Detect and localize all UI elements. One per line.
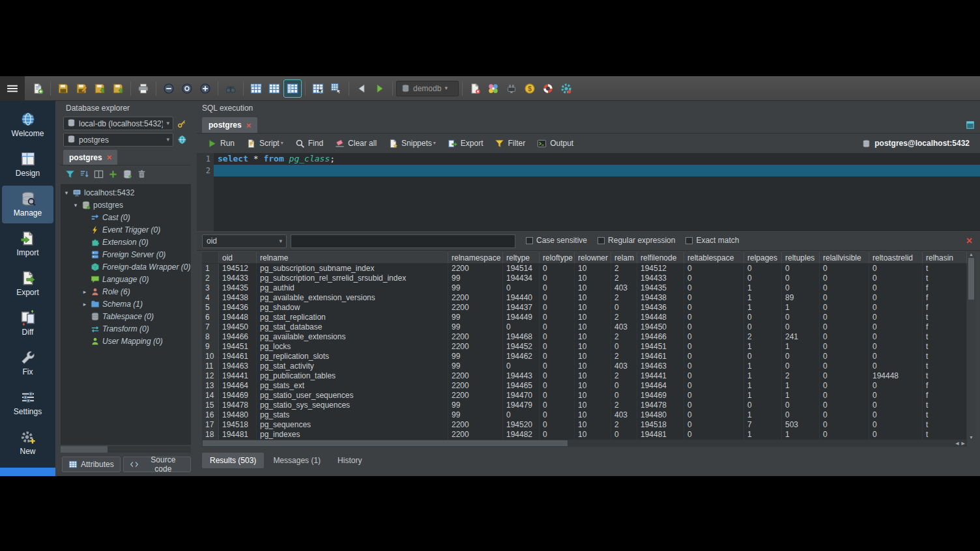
table-view-button[interactable] [247, 79, 265, 98]
cell-reltype[interactable]: 194437 [503, 303, 540, 313]
cell-reltablespace[interactable]: 0 [684, 371, 744, 381]
cell-reltoastrelid[interactable]: 0 [869, 361, 923, 371]
cell-reltablespace[interactable]: 0 [684, 352, 744, 361]
cell-relam[interactable]: 0 [611, 430, 637, 440]
tree-item-user-mapping-0[interactable]: User Mapping (0) [61, 335, 191, 347]
column-header-relpages[interactable]: relpages [744, 252, 782, 263]
table-row[interactable]: 11194463pg_stat_activity9900104031944630… [202, 361, 967, 371]
cell-reltype[interactable]: 0 [503, 410, 540, 420]
cell-reltype[interactable]: 194520 [503, 420, 540, 430]
cell-relallvisible[interactable]: 0 [820, 274, 869, 283]
exact-match-checkbox[interactable]: Exact match [685, 236, 739, 245]
cell-oid[interactable]: 194433 [219, 274, 257, 283]
cell-relhasin[interactable]: f [923, 381, 967, 391]
activity-item-diff[interactable]: Diff [0, 305, 55, 343]
cell-reltype[interactable]: 194514 [503, 264, 540, 274]
cell-oid[interactable]: 194466 [219, 332, 257, 342]
tree-item-tablespace-0[interactable]: Tablespace (0) [61, 310, 191, 322]
cell-relname[interactable]: pg_stats_ext [257, 381, 448, 391]
sort-tree-button[interactable] [78, 167, 91, 180]
cell-relnamespace[interactable]: 99 [448, 361, 503, 371]
cell-oid[interactable]: 194481 [219, 430, 257, 440]
nav-forward-button[interactable] [371, 79, 389, 98]
maximize-panel-button[interactable] [966, 120, 975, 130]
cell-relowner[interactable]: 10 [575, 283, 611, 293]
cell-reltype[interactable]: 194482 [503, 430, 540, 440]
tree-item-foreign-server-0[interactable]: Foreign Server (0) [61, 248, 191, 261]
zoom-in-button[interactable] [196, 79, 214, 98]
cell-relpages[interactable]: 1 [744, 371, 782, 381]
cell-reltype[interactable]: 0 [503, 283, 540, 293]
column-header-reltablespace[interactable]: reltablespace [684, 252, 744, 263]
cell-relam[interactable]: 2 [611, 401, 637, 410]
cell-relhasin[interactable]: t [923, 313, 967, 322]
cell-relpages[interactable]: 0 [744, 313, 782, 322]
cell-relam[interactable]: 403 [611, 322, 637, 332]
cell-reltablespace[interactable]: 0 [684, 264, 744, 274]
cell-relam[interactable]: 2 [611, 420, 637, 430]
grid-view-button[interactable] [265, 79, 283, 98]
cell-relpages[interactable]: 1 [744, 303, 782, 313]
cell-oid[interactable]: 194436 [219, 303, 257, 313]
cell-reltablespace[interactable]: 0 [684, 274, 744, 283]
cell-relname[interactable]: pg_locks [257, 342, 448, 352]
cell-reltuples[interactable]: 503 [782, 420, 820, 430]
cell-relfilenode[interactable]: 194518 [637, 420, 684, 430]
scroll-up-arrow[interactable]: ▲ [969, 252, 973, 257]
tree-toggle-icon[interactable]: ▸ [81, 289, 88, 295]
cell-relhasin[interactable]: f [923, 303, 967, 313]
cell-relallvisible[interactable]: 0 [820, 430, 869, 440]
cell-relnamespace[interactable]: 2200 [448, 332, 503, 342]
cell-relhasin[interactable]: f [923, 322, 967, 332]
cell-relallvisible[interactable]: 0 [820, 303, 869, 313]
sql-editor[interactable]: 12 select * from pg_class; [197, 153, 980, 231]
cell-reltuples[interactable]: 1 [782, 342, 820, 352]
cell-relfilenode[interactable]: 194461 [637, 352, 684, 361]
cell-relam[interactable]: 403 [611, 361, 637, 371]
column-header-reltype[interactable]: reltype [503, 252, 540, 263]
cell-relowner[interactable]: 10 [575, 381, 611, 391]
cell-relallvisible[interactable]: 0 [820, 391, 869, 401]
cell-relowner[interactable]: 10 [575, 420, 611, 430]
tree-toggle-icon[interactable]: ▾ [63, 190, 70, 196]
table-row[interactable]: 16194480pg_stats99001040319448001000t [202, 410, 967, 420]
cell-reltoastrelid[interactable]: 0 [869, 410, 923, 420]
cell-relname[interactable]: pg_statio_user_sequences [257, 391, 448, 401]
cell-reltablespace[interactable]: 0 [684, 322, 744, 332]
cell-relhasin[interactable]: t [923, 361, 967, 371]
cell-reltablespace[interactable]: 0 [684, 420, 744, 430]
table-row[interactable]: 9194451pg_locks2200194452010019445101100… [202, 342, 967, 352]
cell-oid[interactable]: 194512 [219, 264, 257, 274]
cell-relnamespace[interactable]: 2200 [448, 342, 503, 352]
cell-relowner[interactable]: 10 [575, 313, 611, 322]
cell-relnamespace[interactable]: 99 [448, 352, 503, 361]
cell-relallvisible[interactable]: 0 [820, 342, 869, 352]
grid-hscrollbar[interactable]: ◀▶ [202, 440, 967, 447]
delete-object-button[interactable] [135, 167, 148, 180]
cell-reltuples[interactable]: 0 [782, 410, 820, 420]
caret-down-icon[interactable]: ▾ [433, 141, 436, 146]
cell-reltuples[interactable]: 0 [782, 313, 820, 322]
activity-item-manage[interactable]: Manage [2, 186, 53, 223]
cell-relname[interactable]: pg_stats [257, 410, 448, 420]
cell-relname[interactable]: pg_stat_database [257, 322, 448, 332]
database-combo[interactable]: postgres ▾ [63, 133, 173, 147]
editor-code[interactable]: select * from pg_class; [214, 153, 980, 231]
split-panel-button[interactable] [92, 167, 105, 180]
cell-reltype[interactable]: 194440 [503, 293, 540, 303]
cell-relallvisible[interactable]: 0 [820, 352, 869, 361]
cell-reltoastrelid[interactable]: 0 [869, 352, 923, 361]
cell-relhasin[interactable]: t [923, 410, 967, 420]
zoom-out-button[interactable] [160, 79, 178, 98]
detach-sql-button[interactable] [466, 79, 484, 98]
load-script-button[interactable] [91, 79, 109, 98]
cell-reltuples[interactable]: 1 [782, 391, 820, 401]
cell-relname[interactable]: pg_shadow [257, 303, 448, 313]
cell-relpages[interactable]: 1 [744, 381, 782, 391]
save-all-button[interactable] [109, 79, 127, 98]
cell-oid[interactable]: 194438 [219, 293, 257, 303]
cell-relnamespace[interactable]: 2200 [448, 371, 503, 381]
cell-reltablespace[interactable]: 0 [684, 430, 744, 440]
cell-reltablespace[interactable]: 0 [684, 410, 744, 420]
cell-reltablespace[interactable]: 0 [684, 361, 744, 371]
